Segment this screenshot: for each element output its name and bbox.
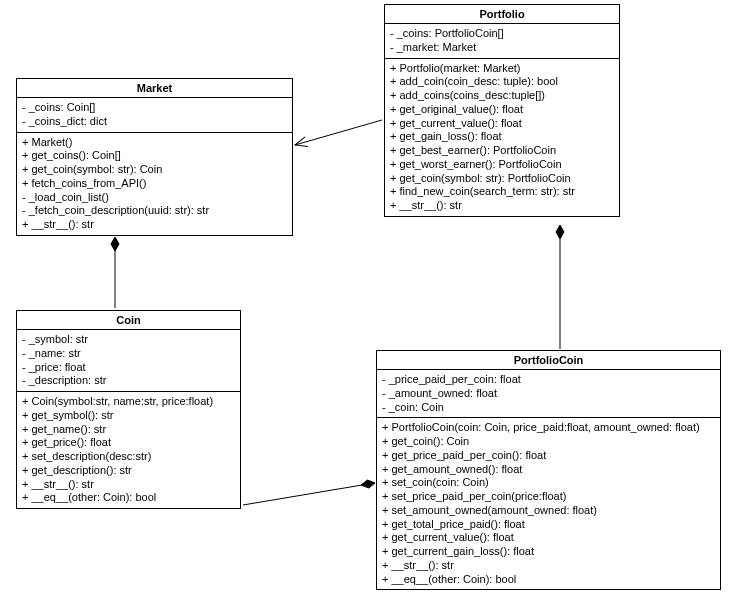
member-row: + set_coin(coin: Coin)	[382, 476, 715, 490]
member-row: + Portfolio(market: Market)	[390, 62, 614, 76]
member-row: + get_name(): str	[22, 423, 235, 437]
class-market: Market - _coins: Coin[]- _coins_dict: di…	[16, 78, 293, 236]
class-name-text: Coin	[116, 314, 140, 326]
class-name: Coin	[17, 311, 240, 330]
class-name: Portfolio	[385, 5, 619, 24]
member-row: - _fetch_coin_description(uuid: str): st…	[22, 204, 287, 218]
member-row: - _name: str	[22, 347, 235, 361]
member-row: - _price: float	[22, 361, 235, 375]
member-row: + set_price_paid_per_coin(price:float)	[382, 490, 715, 504]
member-row: + __eq__(other: Coin): bool	[22, 491, 235, 505]
member-row: - _description: str	[22, 374, 235, 388]
member-row: + get_original_value(): float	[390, 103, 614, 117]
member-row: + Coin(symbol:str, name:str, price:float…	[22, 395, 235, 409]
member-row: + get_symbol(): str	[22, 409, 235, 423]
member-row: - _price_paid_per_coin: float	[382, 373, 715, 387]
member-row: + get_price_paid_per_coin(): float	[382, 449, 715, 463]
member-row: + get_total_price_paid(): float	[382, 518, 715, 532]
class-attrs: - _coins: PortfolioCoin[]- _market: Mark…	[385, 24, 619, 59]
member-row: + get_price(): float	[22, 436, 235, 450]
class-attrs: - _price_paid_per_coin: float- _amount_o…	[377, 370, 720, 418]
member-row: + find_new_coin(search_term: str): str	[390, 185, 614, 199]
class-methods: + Coin(symbol:str, name:str, price:float…	[17, 392, 240, 508]
member-row: + PortfolioCoin(coin: Coin, price_paid:f…	[382, 421, 715, 435]
member-row: + get_gain_loss(): float	[390, 130, 614, 144]
member-row: + get_coin(): Coin	[382, 435, 715, 449]
member-row: + __str__(): str	[22, 218, 287, 232]
member-row: + add_coins(coins_desc:tuple[])	[390, 89, 614, 103]
member-row: + get_best_earner(): PortfolioCoin	[390, 144, 614, 158]
member-row: + __eq__(other: Coin): bool	[382, 573, 715, 587]
class-coin: Coin - _symbol: str- _name: str- _price:…	[16, 310, 241, 509]
member-row: + get_current_value(): float	[382, 531, 715, 545]
class-methods: + PortfolioCoin(coin: Coin, price_paid:f…	[377, 418, 720, 589]
member-row: - _coins: Coin[]	[22, 101, 287, 115]
member-row: + get_coins(): Coin[]	[22, 149, 287, 163]
member-row: - _market: Market	[390, 41, 614, 55]
assoc-portfolio-market	[295, 120, 382, 145]
member-row: + add_coin(coin_desc: tuple): bool	[390, 75, 614, 89]
member-row: + set_description(desc:str)	[22, 450, 235, 464]
class-portfoliocoin: PortfolioCoin - _price_paid_per_coin: fl…	[376, 350, 721, 590]
member-row: + __str__(): str	[382, 559, 715, 573]
member-row: - _amount_owned: float	[382, 387, 715, 401]
member-row: + __str__(): str	[22, 478, 235, 492]
member-row: + get_coin(symbol: str): PortfolioCoin	[390, 172, 614, 186]
class-methods: + Market()+ get_coins(): Coin[]+ get_coi…	[17, 133, 292, 235]
member-row: + get_worst_earner(): PortfolioCoin	[390, 158, 614, 172]
member-row: - _coins_dict: dict	[22, 115, 287, 129]
member-row: + Market()	[22, 136, 287, 150]
member-row: - _load_coin_list()	[22, 191, 287, 205]
member-row: + set_amount_owned(amount_owned: float)	[382, 504, 715, 518]
comp-portfoliocoin-coin	[243, 483, 374, 505]
member-row: - _coin: Coin	[382, 401, 715, 415]
member-row: + fetch_coins_from_API()	[22, 177, 287, 191]
class-methods: + Portfolio(market: Market)+ add_coin(co…	[385, 59, 619, 216]
member-row: + get_coin(symbol: str): Coin	[22, 163, 287, 177]
member-row: + get_current_value(): float	[390, 117, 614, 131]
class-name: Market	[17, 79, 292, 98]
class-attrs: - _coins: Coin[]- _coins_dict: dict	[17, 98, 292, 133]
class-name-text: PortfolioCoin	[514, 354, 584, 366]
class-name: PortfolioCoin	[377, 351, 720, 370]
class-attrs: - _symbol: str- _name: str- _price: floa…	[17, 330, 240, 392]
member-row: + get_description(): str	[22, 464, 235, 478]
class-name-text: Market	[137, 82, 172, 94]
member-row: - _symbol: str	[22, 333, 235, 347]
member-row: + get_amount_owned(): float	[382, 463, 715, 477]
class-portfolio: Portfolio - _coins: PortfolioCoin[]- _ma…	[384, 4, 620, 217]
member-row: + __str__(): str	[390, 199, 614, 213]
member-row: - _coins: PortfolioCoin[]	[390, 27, 614, 41]
class-name-text: Portfolio	[479, 8, 524, 20]
member-row: + get_current_gain_loss(): float	[382, 545, 715, 559]
